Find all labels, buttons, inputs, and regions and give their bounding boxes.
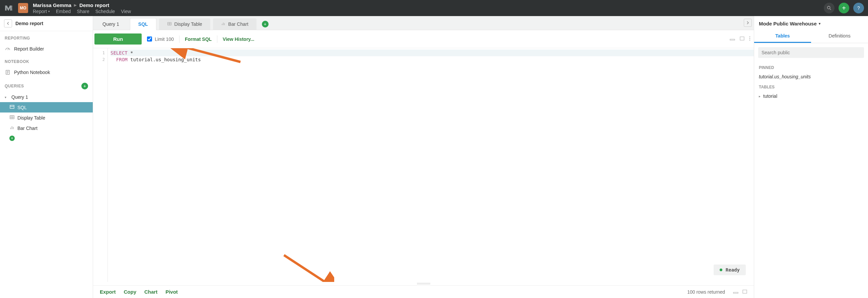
collapse-sidebar-icon[interactable] bbox=[4, 20, 12, 28]
limit-toggle[interactable]: Limit 100 bbox=[147, 36, 174, 42]
editor-panel: Query 1 SQL Display Table Bar Chart + bbox=[93, 16, 754, 298]
warehouse-selector[interactable]: Mode Public Warehouse ▾ bbox=[754, 16, 868, 30]
sidebar-item-label: Query 1 bbox=[11, 94, 28, 100]
tab-display-table[interactable]: Display Table bbox=[159, 19, 210, 30]
code-text: * bbox=[128, 50, 133, 56]
status-label: Ready bbox=[726, 267, 740, 272]
tab-bar-chart[interactable]: Bar Chart bbox=[213, 19, 256, 30]
svg-point-2 bbox=[11, 9, 12, 10]
sidebar-item-report-builder[interactable]: Report Builder bbox=[0, 43, 93, 55]
sidebar-item-label: Python Notebook bbox=[14, 70, 50, 75]
menu-share[interactable]: Share bbox=[77, 9, 89, 14]
sidebar-item-query-1[interactable]: ▾ Query 1 bbox=[0, 92, 93, 102]
tab-query-1[interactable]: Query 1 bbox=[94, 19, 127, 30]
toolbar-icons bbox=[730, 36, 754, 42]
minimize-icon[interactable] bbox=[730, 36, 735, 42]
row-count-label: 100 rows returned bbox=[687, 289, 725, 295]
new-button[interactable]: + bbox=[839, 3, 849, 13]
sidebar-item-sql[interactable]: SQL bbox=[0, 102, 93, 112]
bar-chart-icon bbox=[221, 22, 226, 27]
maximize-icon[interactable] bbox=[740, 36, 744, 42]
user-badge[interactable]: MO bbox=[18, 3, 28, 13]
sql-editor[interactable]: 1 2 SELECT * FROM tutorial.us_housing_un… bbox=[93, 48, 754, 282]
view-history-button[interactable]: View History... bbox=[223, 36, 254, 42]
logo-block: MO bbox=[4, 3, 28, 13]
tables-tree-item-tutorial[interactable]: ▸ tutorial bbox=[754, 91, 868, 101]
line-number: 1 bbox=[93, 49, 105, 56]
add-tab-button[interactable]: + bbox=[262, 21, 269, 28]
menu-report[interactable]: Report▾ bbox=[33, 9, 50, 14]
more-icon[interactable] bbox=[749, 36, 750, 42]
svg-point-3 bbox=[828, 6, 830, 9]
line-number: 2 bbox=[93, 56, 105, 63]
svg-rect-22 bbox=[223, 23, 223, 25]
search-icon[interactable] bbox=[824, 3, 835, 13]
schema-panel: Mode Public Warehouse ▾ Tables Definitio… bbox=[754, 16, 868, 298]
menu-schedule[interactable]: Schedule bbox=[95, 9, 115, 14]
copy-button[interactable]: Copy bbox=[124, 289, 136, 295]
sql-icon bbox=[9, 104, 15, 110]
caret-down-icon: ▾ bbox=[5, 95, 9, 99]
tree-item-label: tutorial bbox=[763, 93, 777, 99]
divider bbox=[217, 35, 217, 43]
divider bbox=[179, 35, 180, 43]
svg-rect-31 bbox=[733, 292, 738, 293]
svg-point-26 bbox=[749, 36, 750, 37]
limit-checkbox[interactable] bbox=[147, 36, 152, 41]
breadcrumb-report[interactable]: Demo report bbox=[80, 2, 109, 8]
sidebar-section-queries-header: QUERIES + bbox=[0, 78, 93, 92]
code-area[interactable]: SELECT * FROM tutorial.us_housing_units … bbox=[108, 48, 754, 282]
help-icon[interactable]: ? bbox=[853, 3, 864, 13]
tab-tables[interactable]: Tables bbox=[754, 30, 811, 43]
mode-logo-icon[interactable] bbox=[4, 4, 13, 12]
svg-point-28 bbox=[749, 40, 750, 41]
line-number-gutter: 1 2 bbox=[93, 48, 108, 282]
sidebar-item-python-notebook[interactable]: Python Notebook bbox=[0, 67, 93, 78]
menu-embed[interactable]: Embed bbox=[56, 9, 71, 14]
svg-point-0 bbox=[11, 6, 12, 7]
svg-rect-10 bbox=[10, 105, 14, 108]
sidebar-item-label: Bar Chart bbox=[18, 126, 37, 131]
main-layout: Demo report REPORTING Report Builder NOT… bbox=[0, 16, 868, 298]
status-dot-icon bbox=[720, 268, 722, 271]
add-query-button[interactable]: + bbox=[82, 83, 88, 90]
svg-rect-32 bbox=[743, 290, 747, 293]
notebook-icon bbox=[5, 69, 11, 75]
expand-panel-icon[interactable] bbox=[744, 19, 752, 27]
sidebar-item-display-table[interactable]: Display Table bbox=[0, 112, 93, 123]
format-sql-button[interactable]: Format SQL bbox=[185, 36, 212, 42]
maximize-icon[interactable] bbox=[742, 289, 747, 295]
tab-definitions[interactable]: Definitions bbox=[811, 30, 868, 43]
tab-sql[interactable]: SQL bbox=[130, 18, 156, 30]
pinned-item[interactable]: tutorial.us_housing_units bbox=[754, 72, 868, 81]
minimize-icon[interactable] bbox=[733, 289, 738, 295]
add-chart-button[interactable]: + bbox=[9, 136, 15, 141]
breadcrumb-user[interactable]: Marissa Gemma bbox=[33, 2, 71, 8]
svg-line-4 bbox=[830, 9, 831, 10]
sidebar-section-notebook: NOTEBOOK bbox=[0, 55, 93, 67]
table-icon bbox=[167, 22, 172, 27]
sidebar-item-bar-chart[interactable]: Bar Chart bbox=[0, 123, 93, 133]
table-icon bbox=[9, 115, 15, 121]
query-toolbar: Run Limit 100 Format SQL View History... bbox=[93, 30, 754, 48]
sidebar-add-chart[interactable]: + bbox=[0, 133, 93, 143]
svg-rect-25 bbox=[740, 37, 744, 40]
svg-rect-23 bbox=[224, 23, 225, 25]
tab-label: Display Table bbox=[175, 22, 202, 27]
caret-down-icon: ▾ bbox=[48, 10, 50, 13]
schema-search-input[interactable] bbox=[758, 47, 864, 58]
pivot-button[interactable]: Pivot bbox=[165, 289, 178, 295]
run-button[interactable]: Run bbox=[94, 33, 142, 44]
svg-rect-17 bbox=[13, 127, 14, 129]
menu-view[interactable]: View bbox=[121, 9, 131, 14]
caret-right-icon: ▸ bbox=[759, 94, 761, 98]
chart-button[interactable]: Chart bbox=[144, 289, 157, 295]
drag-handle[interactable] bbox=[93, 282, 754, 285]
sidebar-item-label: Display Table bbox=[18, 115, 45, 121]
schema-tabs: Tables Definitions bbox=[754, 30, 868, 43]
footer-icons bbox=[733, 289, 747, 295]
svg-line-5 bbox=[8, 48, 9, 50]
pinned-table: .us_housing_units bbox=[773, 74, 811, 79]
results-footer: Export Copy Chart Pivot 100 rows returne… bbox=[93, 285, 754, 298]
export-button[interactable]: Export bbox=[100, 289, 116, 295]
